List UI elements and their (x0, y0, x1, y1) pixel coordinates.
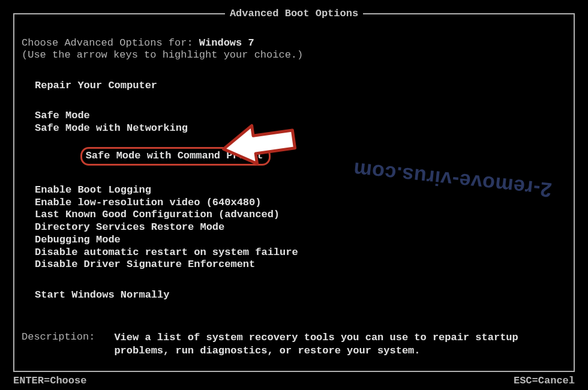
option-disable-driver-sig[interactable]: Disable Driver Signature Enforcement (35, 259, 566, 271)
description-label: Description: (22, 331, 95, 357)
hint-line: (Use the arrow keys to highlight your ch… (22, 49, 566, 61)
option-directory-services-restore[interactable]: Directory Services Restore Mode (35, 221, 566, 234)
content-area: Choose Advanced Options for: Windows 7 (… (20, 14, 568, 357)
os-name: Windows 7 (199, 37, 254, 49)
option-safe-mode-cmd[interactable]: Safe Mode with Command Prompt (80, 147, 271, 166)
title-bar: Advanced Boot Options (14, 8, 574, 19)
safe-mode-group: Safe Mode Safe Mode with Networking Safe… (22, 110, 566, 178)
option-safe-mode-cmd-row[interactable]: Safe Mode with Command Prompt (35, 135, 566, 178)
advanced-options-group: Enable Boot Logging Enable low-resolutio… (22, 184, 566, 271)
option-safe-mode[interactable]: Safe Mode (35, 110, 566, 122)
footer-bar: ENTER=Choose ESC=Cancel (13, 375, 575, 386)
option-last-known-good[interactable]: Last Known Good Configuration (advanced) (35, 209, 566, 221)
option-low-res-video[interactable]: Enable low-resolution video (640x480) (35, 197, 566, 209)
option-start-normally[interactable]: Start Windows Normally (35, 289, 566, 301)
choose-prefix: Choose Advanced Options for: (22, 37, 199, 49)
description-text: View a list of system recovery tools you… (114, 331, 566, 357)
option-debugging-mode[interactable]: Debugging Mode (35, 234, 566, 247)
option-repair-computer[interactable]: Repair Your Computer (35, 80, 566, 92)
page-title: Advanced Boot Options (225, 8, 363, 19)
footer-enter: ENTER=Choose (13, 375, 86, 386)
choose-line: Choose Advanced Options for: Windows 7 (22, 37, 566, 49)
option-boot-logging[interactable]: Enable Boot Logging (35, 184, 566, 197)
option-safe-mode-networking[interactable]: Safe Mode with Networking (35, 122, 566, 135)
description-row: Description: View a list of system recov… (22, 328, 566, 357)
footer-esc: ESC=Cancel (514, 375, 575, 386)
boot-options-frame: Advanced Boot Options Choose Advanced Op… (13, 13, 575, 372)
option-disable-auto-restart[interactable]: Disable automatic restart on system fail… (35, 247, 566, 259)
